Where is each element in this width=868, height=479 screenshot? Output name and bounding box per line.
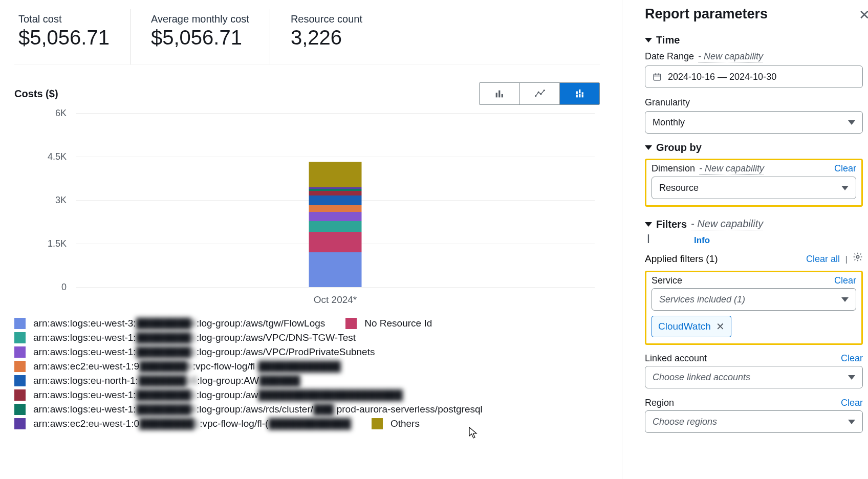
bar-segment[interactable] bbox=[309, 212, 362, 221]
legend-swatch bbox=[14, 418, 26, 429]
gear-icon[interactable] bbox=[853, 252, 863, 262]
legend-item[interactable]: arn:aws:logs:eu-west-3:████████6:log-gro… bbox=[14, 318, 325, 329]
section-group-by[interactable]: Group by bbox=[645, 142, 863, 154]
caret-down-icon bbox=[645, 145, 652, 150]
legend-label: arn:aws:ec2:eu-west-1:0████████1:vpc-flo… bbox=[33, 418, 351, 429]
line-chart-button[interactable] bbox=[519, 83, 559, 104]
summary-total-label: Total cost bbox=[18, 13, 110, 25]
region-label: Region bbox=[645, 398, 674, 408]
date-range-value: 2024-10-16 — 2024-10-30 bbox=[668, 72, 776, 82]
line-icon bbox=[534, 88, 546, 99]
svg-rect-10 bbox=[579, 94, 580, 97]
linked-account-label: Linked account bbox=[645, 353, 707, 364]
bar-icon bbox=[494, 88, 505, 99]
stacked-bar-icon bbox=[574, 88, 585, 99]
cost-chart: 01.5K3K4.5K6K Oct 2024* bbox=[14, 113, 600, 308]
svg-rect-13 bbox=[654, 74, 661, 80]
linked-account-select[interactable]: Choose linked accounts bbox=[645, 366, 863, 388]
bar-segment[interactable] bbox=[309, 195, 362, 205]
legend-label: arn:aws:logs:eu-west-1:████████1:log-gro… bbox=[33, 332, 356, 343]
x-tick-label: Oct 2024* bbox=[314, 294, 357, 306]
dimension-value: Resource bbox=[659, 183, 699, 193]
service-clear-link[interactable]: Clear bbox=[834, 275, 856, 286]
new-capability-badge: - New capability bbox=[698, 51, 763, 62]
summary-resource: Resource count 3,226 bbox=[270, 9, 383, 64]
service-value: Services included (1) bbox=[659, 294, 745, 305]
bar-segment[interactable] bbox=[309, 205, 362, 211]
legend-item[interactable]: arn:aws:ec2:eu-west-1:9███████6:vpc-flow… bbox=[14, 361, 600, 372]
chevron-down-icon bbox=[848, 420, 855, 424]
svg-rect-2 bbox=[502, 94, 503, 97]
svg-rect-7 bbox=[576, 91, 577, 94]
y-tick-label: 3K bbox=[55, 195, 67, 206]
section-time[interactable]: Time bbox=[645, 34, 863, 46]
summary-average-label: Average monthly cost bbox=[151, 13, 249, 25]
legend-item[interactable]: arn:aws:logs:eu-north-1:███████15:log-gr… bbox=[14, 375, 600, 386]
legend-item[interactable]: arn:aws:ec2:eu-west-1:0████████1:vpc-flo… bbox=[14, 418, 351, 429]
legend-item[interactable]: No Resource Id bbox=[345, 318, 432, 329]
svg-rect-8 bbox=[576, 95, 577, 98]
remove-token-icon[interactable]: ✕ bbox=[716, 320, 725, 333]
granularity-select[interactable]: Monthly bbox=[645, 111, 863, 134]
applied-filters-label: Applied filters (1) bbox=[645, 253, 718, 265]
legend-item[interactable]: arn:aws:logs:eu-west-1:████████1:log-gro… bbox=[14, 332, 600, 343]
bar-oct-2024[interactable] bbox=[309, 162, 362, 287]
group-by-highlight: Dimension- New capability Clear Resource bbox=[645, 159, 863, 207]
svg-rect-12 bbox=[581, 95, 583, 98]
legend-swatch bbox=[14, 361, 26, 372]
legend-item[interactable]: arn:aws:logs:eu-west-1:████████6:log-gro… bbox=[14, 404, 600, 415]
section-filters[interactable]: Filters- New capability bbox=[645, 218, 863, 230]
new-capability-badge: - New capability bbox=[691, 218, 763, 230]
date-range-input[interactable]: 2024-10-16 — 2024-10-30 bbox=[645, 66, 863, 88]
y-tick-label: 4.5K bbox=[48, 151, 67, 162]
filters-info-link[interactable]: Info bbox=[694, 235, 863, 246]
y-tick-label: 0 bbox=[61, 282, 67, 293]
service-token-cloudwatch[interactable]: CloudWatch ✕ bbox=[652, 316, 731, 337]
linked-clear-link[interactable]: Clear bbox=[841, 353, 863, 364]
stacked-bar-chart-button[interactable] bbox=[559, 83, 599, 104]
legend-swatch bbox=[14, 346, 26, 358]
legend-label: arn:aws:logs:eu-north-1:███████15:log-gr… bbox=[33, 375, 300, 386]
legend-label: Others bbox=[390, 418, 420, 429]
legend: arn:aws:logs:eu-west-3:████████6:log-gro… bbox=[14, 318, 600, 429]
dimension-clear-link[interactable]: Clear bbox=[834, 163, 856, 174]
legend-item[interactable]: arn:aws:logs:eu-west-1:████████1:log-gro… bbox=[14, 389, 600, 401]
region-clear-link[interactable]: Clear bbox=[841, 398, 863, 408]
summary-resource-label: Resource count bbox=[291, 13, 362, 25]
summary-total: Total cost $5,056.71 bbox=[14, 9, 130, 64]
panel-divider bbox=[622, 0, 623, 479]
granularity-label: Granularity bbox=[645, 97, 690, 108]
legend-swatch bbox=[14, 404, 26, 415]
chart-type-group bbox=[479, 82, 600, 105]
dimension-select[interactable]: Resource bbox=[652, 177, 856, 199]
date-range-label: Date Range bbox=[645, 51, 694, 62]
region-placeholder: Choose regions bbox=[653, 417, 717, 427]
bar-chart-button[interactable] bbox=[480, 83, 519, 104]
svg-point-5 bbox=[540, 93, 541, 95]
chevron-down-icon bbox=[841, 297, 849, 302]
bar-segment[interactable] bbox=[309, 221, 362, 232]
bar-segment[interactable] bbox=[309, 252, 362, 287]
legend-label: arn:aws:ec2:eu-west-1:9███████6:vpc-flow… bbox=[33, 361, 341, 372]
calendar-icon bbox=[653, 72, 662, 81]
summary-average-value: $5,056.71 bbox=[151, 26, 249, 49]
legend-swatch bbox=[14, 332, 26, 343]
panel-title: Report parameters bbox=[645, 6, 863, 22]
svg-point-17 bbox=[856, 255, 859, 258]
legend-item[interactable]: arn:aws:logs:eu-west-1:████████1:log-gro… bbox=[14, 346, 600, 358]
bar-segment[interactable] bbox=[309, 162, 362, 187]
bar-segment[interactable] bbox=[309, 232, 362, 252]
clear-all-link[interactable]: Clear all bbox=[806, 254, 840, 264]
summary-total-value: $5,056.71 bbox=[18, 26, 110, 49]
chart-title: Costs ($) bbox=[14, 88, 58, 100]
linked-placeholder: Choose linked accounts bbox=[653, 372, 750, 383]
service-select[interactable]: Services included (1) bbox=[652, 288, 856, 311]
close-icon[interactable]: ✕ bbox=[859, 7, 868, 23]
token-label: CloudWatch bbox=[658, 321, 711, 332]
region-select[interactable]: Choose regions bbox=[645, 410, 863, 433]
service-filter-highlight: Service Clear Services included (1) Clou… bbox=[645, 271, 863, 345]
caret-down-icon bbox=[645, 38, 652, 42]
legend-item[interactable]: Others bbox=[372, 418, 420, 429]
svg-rect-11 bbox=[581, 92, 583, 95]
bar-segment[interactable] bbox=[309, 191, 362, 195]
